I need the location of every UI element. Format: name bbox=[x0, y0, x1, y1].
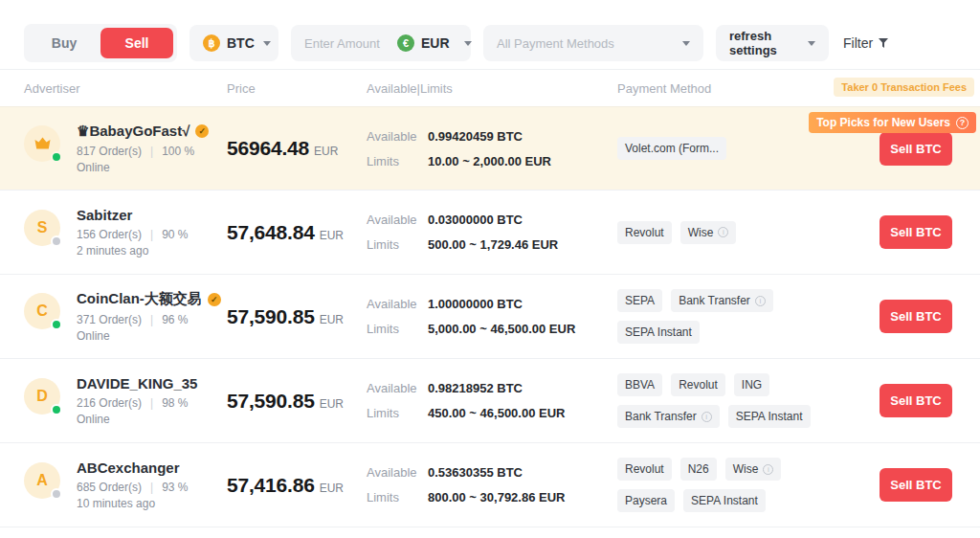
offer-row: D DAVIDE_KING_35 216 Order(s) | 98 % Onl… bbox=[0, 359, 980, 443]
completion-rate: 98 % bbox=[162, 396, 188, 410]
stats-divider: | bbox=[150, 145, 153, 158]
top-picks-badge[interactable]: Top Picks for New Users ? bbox=[809, 112, 976, 133]
payment-method-label: Bank Transfer bbox=[679, 294, 750, 307]
order-count: 685 Order(s) bbox=[77, 481, 142, 494]
price-currency: EUR bbox=[320, 229, 344, 242]
advertiser-stats: 685 Order(s) | 93 % bbox=[77, 481, 189, 494]
buy-tab[interactable]: Buy bbox=[28, 28, 100, 58]
available-label: Available bbox=[367, 213, 428, 227]
payment-method-label: Revolut bbox=[625, 226, 664, 239]
avatar[interactable]: A bbox=[24, 462, 60, 499]
price: 57,590.85EUR bbox=[227, 390, 367, 413]
status-dot bbox=[51, 404, 62, 415]
avatar-letter: C bbox=[36, 303, 48, 320]
payment-method-label: N26 bbox=[688, 462, 709, 476]
info-icon[interactable] bbox=[755, 296, 766, 306]
status-dot bbox=[51, 235, 62, 247]
available-value: 1.00000000 BTC bbox=[428, 297, 523, 311]
asset-select[interactable]: ฿ BTC bbox=[189, 25, 278, 61]
completion-rate: 96 % bbox=[162, 313, 188, 326]
status-dot bbox=[51, 151, 62, 163]
payment-method-tag: Revolut bbox=[617, 221, 672, 244]
p2p-offers-page: Buy Sell ฿ BTC € EUR All Payment Methods… bbox=[0, 0, 980, 527]
advertiser-last-seen: Online bbox=[77, 161, 209, 174]
advertiser-last-seen: 10 minutes ago bbox=[77, 497, 189, 510]
advertiser-name[interactable]: ABCexchanger bbox=[77, 460, 189, 476]
fiat-select[interactable]: € EUR bbox=[397, 34, 472, 52]
payment-method-tag: N26 bbox=[680, 458, 717, 481]
payment-method-label: Bank Transfer bbox=[625, 410, 697, 423]
sell-btc-button[interactable]: Sell BTC bbox=[880, 215, 952, 249]
available-label: Available bbox=[367, 297, 428, 311]
payment-method-select[interactable]: All Payment Methods bbox=[483, 25, 703, 61]
sell-tab[interactable]: Sell bbox=[100, 28, 173, 58]
btc-icon: ฿ bbox=[203, 34, 220, 52]
offer-row: Top Picks for New Users ? ♛BabayGoFast√ … bbox=[0, 106, 980, 191]
payment-method-tag: SEPA Instant bbox=[683, 489, 766, 512]
limits-value: 500.00 ~ 1,729.46 EUR bbox=[428, 237, 558, 252]
advertiser-name[interactable]: CoinClan-大额交易 ✓ bbox=[77, 290, 221, 308]
payment-methods: Volet.com (Form... bbox=[617, 137, 857, 160]
sell-btc-button[interactable]: Sell BTC bbox=[880, 300, 952, 333]
amount-input[interactable] bbox=[304, 36, 389, 51]
limits-value: 450.00 ~ 46,500.00 EUR bbox=[428, 406, 565, 420]
crown-icon bbox=[33, 136, 52, 151]
col-header-price: Price bbox=[227, 81, 367, 96]
refresh-settings-select[interactable]: refresh settings bbox=[716, 25, 829, 61]
payment-method-tag: Wise bbox=[680, 221, 737, 244]
advertiser-stats: 371 Order(s) | 96 % bbox=[77, 313, 221, 326]
payment-method-tag: Paysera bbox=[617, 489, 675, 512]
payment-method-label: BBVA bbox=[625, 378, 655, 392]
avatar[interactable]: S bbox=[24, 210, 60, 246]
price: 57,416.86EUR bbox=[227, 474, 367, 497]
fiat-select-value: EUR bbox=[421, 35, 450, 51]
payment-methods: RevolutN26WisePayseraSEPA Instant bbox=[617, 458, 857, 512]
chevron-down-icon bbox=[464, 41, 472, 46]
payment-method-select-value: All Payment Methods bbox=[497, 36, 614, 51]
sell-btc-button[interactable]: Sell BTC bbox=[880, 384, 952, 417]
stats-divider: | bbox=[150, 396, 153, 410]
avatar[interactable]: C bbox=[24, 293, 60, 329]
price-currency: EUR bbox=[320, 313, 344, 326]
table-header: Advertiser Price Available|Limits Paymen… bbox=[0, 70, 980, 106]
avatar-letter: A bbox=[36, 472, 48, 489]
avatar[interactable]: D bbox=[24, 378, 60, 415]
avatar-letter: D bbox=[36, 388, 48, 405]
sell-btc-button[interactable]: Sell BTC bbox=[880, 132, 952, 166]
info-icon[interactable] bbox=[763, 464, 773, 475]
price-value: 57,590.85 bbox=[227, 305, 315, 327]
avatar[interactable] bbox=[24, 125, 60, 162]
limits-value: 5,000.00 ~ 46,500.00 EUR bbox=[428, 322, 575, 336]
advertiser-name[interactable]: DAVIDE_KING_35 bbox=[77, 375, 197, 392]
filter-button[interactable]: Filter bbox=[841, 35, 888, 51]
chevron-down-icon bbox=[263, 41, 271, 46]
price-value: 57,416.86 bbox=[227, 474, 315, 496]
price-value: 56964.48 bbox=[227, 137, 309, 159]
chevron-down-icon bbox=[808, 41, 815, 46]
advertiser-name[interactable]: Sabitzer bbox=[77, 207, 189, 223]
info-icon[interactable] bbox=[718, 227, 728, 237]
payment-method-tag: Revolut bbox=[617, 458, 672, 481]
advertiser-last-seen: Online bbox=[77, 413, 197, 426]
available-value: 0.98218952 BTC bbox=[428, 381, 523, 395]
limits-value: 10.00 ~ 2,000.00 EUR bbox=[428, 154, 551, 168]
advertiser-name-text: CoinClan-大额交易 bbox=[77, 290, 202, 308]
sell-btc-button[interactable]: Sell BTC bbox=[880, 468, 952, 502]
top-picks-label: Top Picks for New Users bbox=[816, 116, 950, 129]
price-currency: EUR bbox=[320, 482, 344, 495]
price: 57,648.84EUR bbox=[227, 221, 367, 244]
payment-methods: RevolutWise bbox=[617, 221, 857, 244]
advertiser-name[interactable]: ♛BabayGoFast√ ✓ bbox=[77, 123, 209, 140]
available-label: Available bbox=[367, 465, 428, 480]
payment-method-tag: SEPA bbox=[617, 289, 662, 312]
advertiser-name-text: Sabitzer bbox=[77, 207, 132, 223]
offer-row: A ABCexchanger 685 Order(s) | 93 % 10 mi… bbox=[0, 443, 980, 527]
order-count: 371 Order(s) bbox=[77, 313, 142, 326]
chevron-down-icon bbox=[682, 41, 690, 46]
info-icon[interactable] bbox=[702, 412, 712, 422]
completion-rate: 90 % bbox=[162, 228, 188, 241]
payment-methods: BBVARevolutINGBank TransferSEPA Instant bbox=[617, 373, 857, 428]
advertiser-stats: 156 Order(s) | 90 % bbox=[77, 228, 189, 241]
stats-divider: | bbox=[150, 481, 153, 494]
offers-list: Top Picks for New Users ? ♛BabayGoFast√ … bbox=[0, 106, 980, 527]
